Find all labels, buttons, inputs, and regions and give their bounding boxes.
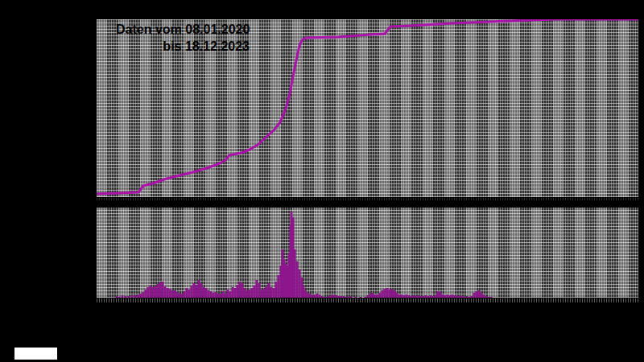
white-marker-square [14, 348, 57, 360]
date-range-annotation: Daten vom 08.01.2020 bis 18.12.2023 [116, 21, 250, 55]
chart-figure: Daten vom 08.01.2020 bis 18.12.2023 [0, 0, 644, 362]
daily-bars-chart [97, 208, 638, 298]
annotation-line-1: Daten vom 08.01.2020 [116, 21, 250, 38]
daily-bars-panel [97, 208, 638, 298]
daily-bars [116, 212, 493, 298]
annotation-line-2: bis 18.12.2023 [116, 38, 250, 55]
cumulative-line-panel: Daten vom 08.01.2020 bis 18.12.2023 [97, 19, 638, 197]
top-axis-tick-strip [97, 198, 638, 200]
bottom-axis-tick-strip [97, 298, 638, 302]
